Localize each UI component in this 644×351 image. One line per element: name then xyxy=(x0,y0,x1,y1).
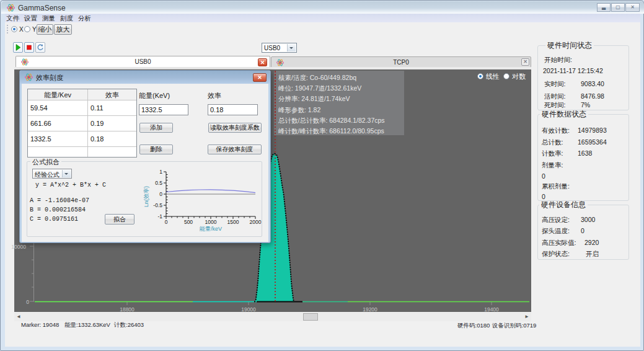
live-time-value: 8476.98 xyxy=(581,92,604,100)
table-header-energy: 能量/Kev xyxy=(28,91,87,100)
status-counts: 计数:26403 xyxy=(114,321,144,329)
scroll-left-arrow[interactable]: ◄ xyxy=(14,313,23,321)
status-marker: Marker: 19048 xyxy=(21,321,59,328)
spectrum-marker-line[interactable] xyxy=(275,71,276,301)
menubar: 文件 设置 测量 刻度 分析 xyxy=(5,14,640,22)
radio-x[interactable] xyxy=(11,26,17,32)
dialog-title: 效率刻度 xyxy=(36,73,63,82)
overlay-peak-counts: 峰计数/峰计数率: 686112.0/80.95cps xyxy=(278,126,404,136)
energy-input[interactable] xyxy=(139,104,188,115)
cumulative-dose-label: 累积剂量: xyxy=(542,182,570,191)
hw-data-group-title: 硬件数据状态 xyxy=(540,110,588,118)
mini-y-tick-0: 0 xyxy=(159,191,162,197)
dialog-titlebar[interactable]: 效率刻度 ✕ xyxy=(20,71,270,84)
table-cell-energy: 59.54 xyxy=(30,104,48,112)
count-rate-value: 1638 xyxy=(578,149,592,157)
status-energy: 能量:1332.63KeV xyxy=(64,321,110,329)
menu-file[interactable]: 文件 xyxy=(5,14,20,22)
table-row[interactable]: 59.54 0.11 xyxy=(28,100,136,116)
radio-y-label: Y xyxy=(32,26,37,33)
coeff-b: B = 0.000216584 xyxy=(30,207,86,213)
tab-usb0-close-button[interactable]: ✕ xyxy=(258,58,267,66)
mini-x-tick-500: 500 xyxy=(184,219,193,225)
app-window: GammaSense ▃ ▢ ✕ 文件 设置 测量 刻度 分析 X Y 缩小 放… xyxy=(0,0,644,351)
zoom-in-button[interactable]: 放大 xyxy=(54,24,72,35)
mini-x-tick-1500: 1500 xyxy=(227,219,239,225)
log-radio[interactable]: 对数 xyxy=(503,72,526,81)
efficiency-table[interactable]: 能量/Kev 效率 59.54 0.11 661.66 0.19 1332.5 … xyxy=(27,89,137,158)
device-combo[interactable]: USB0 xyxy=(262,43,297,53)
formula-combo[interactable]: 经验公式 xyxy=(32,169,72,179)
minimize-icon: ▃ xyxy=(602,5,606,10)
scale-radio-group: 线性 对数 xyxy=(477,72,526,81)
formula-combo-arrow-icon xyxy=(62,170,71,177)
fit-button[interactable]: 拟合 xyxy=(105,214,135,224)
maximize-icon: ▢ xyxy=(615,5,620,10)
valid-counts-value: 14979893 xyxy=(578,127,607,134)
refresh-button[interactable] xyxy=(35,42,45,53)
menu-analysis[interactable]: 分析 xyxy=(77,14,92,22)
menu-settings[interactable]: 设置 xyxy=(23,14,38,22)
hv-actual-label: 高压实际值: xyxy=(542,239,576,247)
peak-info-overlay: 核素/活度: Co-60/449.82bq 峰位: 19047.7道/1332.… xyxy=(274,71,404,135)
scroll-right-arrow[interactable]: ► xyxy=(523,313,531,321)
mini-x-tick-0: 0 xyxy=(165,219,168,225)
formula-fit-title: 公式拟合 xyxy=(30,158,61,167)
spectrum-y-ticks xyxy=(30,246,34,301)
start-button[interactable] xyxy=(13,42,23,53)
spectrum-hscrollbar[interactable]: ◄ ► xyxy=(14,313,531,321)
menu-measure[interactable]: 测量 xyxy=(41,14,56,22)
close-button[interactable]: ✕ xyxy=(625,3,640,12)
start-time-value: 2021-11-17 12:15:42 xyxy=(543,67,603,74)
maximize-button[interactable]: ▢ xyxy=(611,3,625,12)
hw-time-group-title: 硬件时间状态 xyxy=(545,42,594,50)
table-cell-eff: 0.18 xyxy=(90,135,104,143)
table-row[interactable]: 1332.5 0.18 xyxy=(28,131,136,147)
cumulative-dose-value: 0 xyxy=(542,193,545,200)
overlay-peak-position: 峰位: 19047.7道/1332.61keV xyxy=(278,83,404,94)
mini-ticks xyxy=(164,172,255,219)
read-coeff-button[interactable]: 读取效率刻度系数 xyxy=(208,123,262,133)
device-combo-value: USB0 xyxy=(264,45,280,51)
overlay-nuclide-activity: 核素/活度: Co-60/449.82bq xyxy=(278,73,404,83)
efficiency-dialog[interactable]: 效率刻度 ✕ 能量/Kev 效率 59.54 0.11 661.66 0.19 xyxy=(19,70,271,243)
delete-button[interactable]: 删除 xyxy=(139,144,173,154)
table-cell-energy: 661.66 xyxy=(30,120,51,127)
tab-tcp0-close-icon: ✕ xyxy=(522,59,529,65)
tab-tcp0-close-button[interactable]: ✕ xyxy=(521,58,529,66)
titlebar[interactable]: GammaSense ▃ ▢ ✕ xyxy=(1,1,644,14)
save-button[interactable]: 保存效率刻度 xyxy=(208,144,262,154)
scroll-thumb[interactable] xyxy=(303,313,318,321)
table-row[interactable]: 661.66 0.19 xyxy=(28,116,136,131)
tab-tcp0[interactable]: TCP0 ✕ xyxy=(271,56,531,68)
stop-button[interactable] xyxy=(24,42,34,53)
eff-input[interactable] xyxy=(208,104,258,115)
menu-calibration[interactable]: 刻度 xyxy=(59,14,74,22)
dialog-close-button[interactable]: ✕ xyxy=(253,73,267,82)
formula-text: y = A*x^2 + B*x + C xyxy=(35,182,106,189)
overlay-total-counts: 总计数/总计数率: 684284.1/82.37cps xyxy=(278,115,404,126)
radio-y[interactable] xyxy=(24,26,30,32)
linear-radio-label: 线性 xyxy=(486,72,500,81)
formula-fit-group: 公式拟合 经验公式 y = A*x^2 + B*x + C A = -1.160… xyxy=(27,161,262,237)
mini-y-tick-05: 0.5 xyxy=(155,180,162,186)
radio-x-label: X xyxy=(19,26,24,33)
zoom-out-button[interactable]: 缩小 xyxy=(37,24,53,35)
mini-y-tick-neg05: -0.5 xyxy=(153,202,162,208)
linear-radio[interactable]: 线性 xyxy=(477,72,500,81)
play-icon xyxy=(14,43,22,52)
tab-usb0[interactable]: USB0 ✕ xyxy=(15,56,270,68)
count-rate-label: 计数率: xyxy=(542,149,563,158)
add-button[interactable]: 添加 xyxy=(139,123,173,133)
tab-tcp0-label: TCP0 xyxy=(271,59,531,66)
tab-usb0-label: USB0 xyxy=(16,58,270,65)
hw-data-group: 硬件数据状态 有效计数: 14979893 总计数: 16595364 计数率:… xyxy=(537,114,629,201)
dialog-body: 能量/Kev 效率 59.54 0.11 661.66 0.19 1332.5 … xyxy=(22,84,268,242)
dialog-close-icon: ✕ xyxy=(254,74,266,81)
table-cell-eff: 0.11 xyxy=(90,104,104,112)
real-time-label: 实时间: xyxy=(544,80,565,89)
hv-set-value: 3000 xyxy=(581,216,595,223)
overlay-peak-shape: 峰形参数: 1.82 xyxy=(278,105,404,115)
live-time-label: 活时间: xyxy=(544,92,565,101)
minimize-button[interactable]: ▃ xyxy=(597,3,611,12)
